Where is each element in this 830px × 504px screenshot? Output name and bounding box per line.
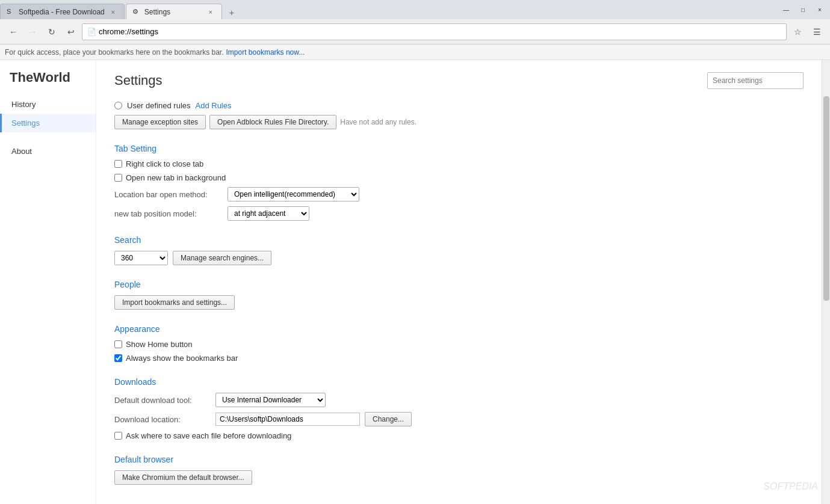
show-home-row: Show Home button [114,340,804,349]
ask-save-label: Ask where to save each file before downl… [126,431,291,440]
open-adblock-dir-button[interactable]: Open Adblock Rules File Directory. [209,115,336,129]
right-click-close-row: Right click to close tab [114,159,804,168]
tabs-bar: S Softpedia - Free Download × ⚙ Settings… [0,4,776,19]
location-bar-label: Location bar open method: [114,190,223,199]
tab-setting-title: Tab Setting [114,144,804,153]
scrollbar-track [822,60,830,504]
make-default-button[interactable]: Make Chromium the default browser... [114,470,252,485]
adblock-btn-row: Manage exception sites Open Adblock Rule… [114,115,804,129]
location-bar-row: Location bar open method: Open intellige… [114,187,804,201]
right-click-close-label: Right click to close tab [126,159,203,168]
window-controls: — □ × [776,0,830,19]
import-bookmarks-link[interactable]: Import bookmarks now... [226,48,305,57]
sidebar-item-about-label: About [11,147,32,156]
tab-settings-title: Settings [144,8,202,16]
sidebar-item-history[interactable]: History [0,95,96,114]
settings-header: Settings [114,72,804,89]
search-section: Search 360 Google Bing Baidu Manage sear… [114,235,804,265]
default-browser-section: Default browser Make Chromium the defaul… [114,455,804,485]
sidebar-item-settings[interactable]: Settings [0,114,96,132]
sidebar-item-about[interactable]: About [0,142,96,161]
appearance-section-title: Appearance [114,324,804,334]
sidebar-item-history-label: History [11,100,36,109]
tab-softpedia-icon: S [7,8,15,16]
downloads-section-title: Downloads [114,377,804,387]
settings-content: Settings User defined rules Add Rules Ma… [96,60,822,504]
open-bg-checkbox[interactable] [114,174,122,182]
search-section-title: Search [114,235,804,245]
lock-icon: 📄 [87,28,96,36]
default-browser-title: Default browser [114,455,804,464]
tab-softpedia[interactable]: S Softpedia - Free Download × [0,4,125,19]
bookmarks-bar: For quick access, place your bookmarks h… [0,45,830,60]
new-tab-position-label: new tab position model: [114,209,223,218]
show-home-label: Show Home button [126,340,193,349]
add-rules-link[interactable]: Add Rules [196,101,232,110]
ask-save-checkbox[interactable] [114,432,122,440]
maximize-button[interactable]: □ [795,4,811,16]
appearance-section: Appearance Show Home button Always show … [114,324,804,363]
nav-right-controls: ☆ ☰ [789,23,825,40]
address-input[interactable] [99,27,781,36]
ask-save-row: Ask where to save each file before downl… [114,431,804,440]
bookmark-star-button[interactable]: ☆ [789,23,806,40]
bookmarks-bar-text: For quick access, place your bookmarks h… [5,48,224,57]
new-tab-position-row: new tab position model: at right adjacen… [114,206,804,221]
download-location-label: Download location: [114,415,211,424]
close-button[interactable]: × [812,4,828,16]
search-settings-input[interactable] [707,72,804,89]
menu-button[interactable]: ☰ [808,23,825,40]
titlebar: S Softpedia - Free Download × ⚙ Settings… [0,0,830,19]
manage-exception-sites-button[interactable]: Manage exception sites [114,115,206,129]
tab-settings-close[interactable]: × [206,7,215,17]
sidebar-divider [0,132,96,142]
right-click-close-checkbox[interactable] [114,160,122,168]
new-tab-position-select[interactable]: at right adjacent at rightmost at leftmo… [228,206,309,221]
tab-settings[interactable]: ⚙ Settings × [126,4,222,19]
address-bar[interactable]: 📄 [82,23,787,40]
show-home-checkbox[interactable] [114,340,122,348]
change-location-button[interactable]: Change... [365,412,412,426]
open-bg-label: Open new tab in background [126,173,226,182]
default-tool-row: Default download tool: Use Internal Down… [114,393,804,407]
no-rules-text: Have not add any rules. [340,118,417,126]
browser-window: S Softpedia - Free Download × ⚙ Settings… [0,0,830,504]
tab-softpedia-close[interactable]: × [108,7,118,17]
sidebar: TheWorld History Settings About [0,60,96,504]
tab-settings-icon: ⚙ [132,8,141,16]
navbar: ← → ↻ ↩ 📄 ☆ ☰ [0,19,830,45]
location-bar-select[interactable]: Open intelligent(recommended) Open in ne… [228,187,359,201]
user-defined-label: User defined rules [127,101,191,110]
tab-softpedia-title: Softpedia - Free Download [19,8,105,16]
download-location-input[interactable] [215,413,360,426]
settings-title: Settings [114,73,163,88]
show-bookmarks-label: Always show the bookmarks bar [126,354,238,363]
user-defined-radio[interactable] [114,102,122,109]
main-area: TheWorld History Settings About Settings [0,60,830,504]
adblock-section: User defined rules Add Rules Manage exce… [114,101,804,129]
default-tool-label: Default download tool: [114,396,211,405]
minimize-button[interactable]: — [778,4,794,16]
refresh-button[interactable]: ↻ [43,23,60,40]
import-bookmarks-settings-button[interactable]: Import bookmarks and settings... [114,295,235,310]
scrollbar-thumb[interactable] [823,96,829,301]
user-defined-rules-row: User defined rules Add Rules [114,101,804,110]
search-engine-row: 360 Google Bing Baidu Manage search engi… [114,251,804,265]
people-section: People Import bookmarks and settings... [114,280,804,310]
open-bg-row: Open new tab in background [114,173,804,182]
home-button[interactable]: ↩ [63,23,79,40]
default-tool-select[interactable]: Use Internal Downloader Use System Downl… [215,393,326,407]
manage-search-engines-button[interactable]: Manage search engines... [173,251,271,265]
new-tab-button[interactable]: + [223,6,240,19]
sidebar-brand: TheWorld [0,70,96,95]
back-button[interactable]: ← [5,23,22,40]
show-bookmarks-checkbox[interactable] [114,354,122,362]
download-location-row: Download location: Change... [114,412,804,426]
downloads-section: Downloads Default download tool: Use Int… [114,377,804,440]
search-engine-select[interactable]: 360 Google Bing Baidu [114,251,168,265]
forward-button[interactable]: → [24,23,41,40]
tab-setting-section: Tab Setting Right click to close tab Ope… [114,144,804,221]
sidebar-item-settings-label: Settings [11,118,40,128]
show-bookmarks-row: Always show the bookmarks bar [114,354,804,363]
people-section-title: People [114,280,804,289]
